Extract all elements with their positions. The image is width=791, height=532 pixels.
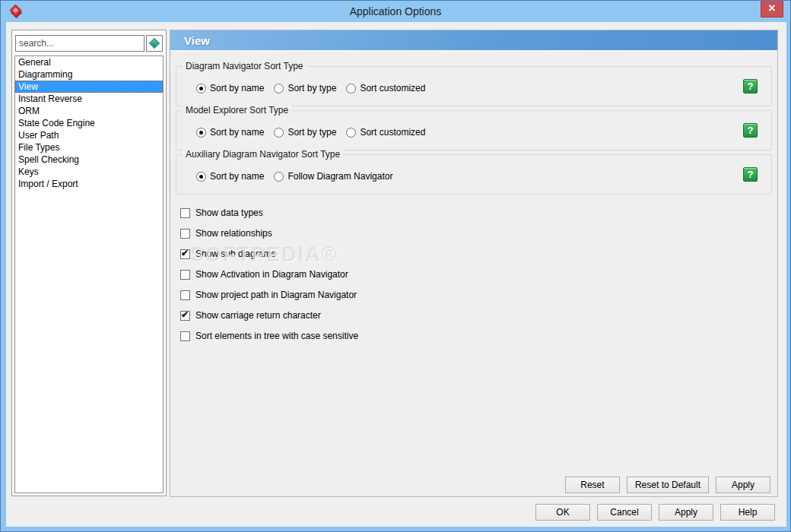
help-button[interactable]: ? [743, 123, 758, 138]
apply-button[interactable]: Apply [659, 504, 713, 521]
radio-row: Sort by nameFollow Diagram Navigator [196, 171, 402, 182]
search-input[interactable] [15, 35, 145, 52]
checkbox-icon [180, 331, 190, 341]
radio-option-sort-by-type[interactable]: Sort by type [274, 83, 336, 93]
checkbox-label: Show carriage return character [195, 310, 321, 321]
footer-buttons: OKCancelApplyHelp [535, 504, 775, 521]
ok-button[interactable]: OK [535, 504, 590, 521]
radio-label: Sort by name [210, 127, 264, 138]
radio-option-sort-by-name[interactable]: Sort by name [196, 83, 264, 93]
checkbox-icon [180, 208, 190, 218]
radio-icon [196, 128, 206, 138]
reset-to-default-button[interactable]: Reset to Default [627, 477, 709, 493]
sidebar-item-state-code-engine[interactable]: State Code Engine [15, 117, 163, 129]
checkbox-icon [180, 229, 190, 239]
group-label: Diagram Navigator Sort Type [183, 61, 307, 72]
radio-option-sort-by-type[interactable]: Sort by type [274, 127, 336, 138]
dialog-content: GeneralDiagrammingViewInstant ReverseORM… [6, 22, 786, 527]
radio-icon [274, 172, 284, 182]
checkbox-label: Sort elements in tree with case sensitiv… [195, 331, 358, 341]
checkbox-show-relationships[interactable]: Show relationships [180, 228, 358, 239]
radio-icon [196, 84, 206, 93]
sidebar-item-diagramming[interactable]: Diagramming [15, 68, 163, 81]
search-diamond-icon [149, 38, 160, 49]
radio-label: Follow Diagram Navigator [287, 171, 392, 182]
help-button[interactable]: ? [743, 79, 758, 93]
radio-row: Sort by nameSort by typeSort customized [196, 83, 435, 93]
radio-option-follow-diagram-navigator[interactable]: Follow Diagram Navigator [274, 171, 392, 182]
radio-option-sort-by-name[interactable]: Sort by name [196, 171, 264, 182]
radio-icon [196, 172, 206, 182]
titlebar[interactable]: Application Options × [1, 1, 790, 22]
search-button[interactable] [146, 35, 163, 52]
checkbox-show-project-path-in-diagram-navigator[interactable]: Show project path in Diagram Navigator [180, 290, 358, 300]
group-label: Auxiliary Diagram Navigator Sort Type [183, 149, 343, 160]
sidebar-item-import-export[interactable]: Import / Export [15, 178, 163, 190]
close-icon[interactable]: × [761, 1, 783, 17]
radio-label: Sort by type [287, 127, 336, 138]
sidebar-item-user-path[interactable]: User Path [15, 129, 163, 141]
sidebar-item-instant-reverse[interactable]: Instant Reverse [15, 93, 163, 105]
reset-button[interactable]: Reset [565, 477, 620, 493]
cancel-button[interactable]: Cancel [597, 504, 652, 521]
radio-icon [274, 128, 284, 138]
checkbox-list: Show data typesShow relationshipsShow su… [180, 207, 358, 351]
radio-icon [274, 84, 284, 93]
sidebar-item-spell-checking[interactable]: Spell Checking [15, 154, 163, 166]
checkbox-show-activation-in-diagram-navigator[interactable]: Show Activation in Diagram Navigator [180, 269, 358, 280]
checkbox-label: Show sub diagrams [195, 249, 275, 259]
checkbox-label: Show data types [195, 207, 263, 218]
view-settings-panel: View Diagram Navigator Sort TypeSort by … [170, 30, 778, 497]
options-sidebar: GeneralDiagrammingViewInstant ReverseORM… [11, 30, 167, 496]
sidebar-item-file-types[interactable]: File Types [15, 141, 163, 154]
radio-icon [346, 84, 356, 93]
checkbox-label: Show relationships [195, 228, 272, 239]
checkbox-show-data-types[interactable]: Show data types [180, 207, 358, 218]
group-diagram-navigator-sort-type: Diagram Navigator Sort TypeSort by nameS… [176, 66, 772, 106]
checkbox-icon [180, 249, 190, 259]
radio-label: Sort by name [210, 171, 264, 182]
group-model-explorer-sort-type: Model Explorer Sort TypeSort by nameSort… [176, 110, 772, 150]
checkbox-label: Show project path in Diagram Navigator [195, 290, 357, 300]
checkbox-icon [180, 290, 190, 300]
radio-option-sort-by-name[interactable]: Sort by name [196, 127, 264, 138]
checkbox-icon [180, 270, 190, 280]
radio-label: Sort by type [287, 83, 336, 93]
radio-option-sort-customized[interactable]: Sort customized [346, 127, 425, 138]
checkbox-label: Show Activation in Diagram Navigator [195, 269, 348, 280]
page-title: View [170, 30, 777, 52]
checkbox-show-carriage-return-character[interactable]: Show carriage return character [180, 310, 358, 321]
radio-label: Sort customized [360, 83, 425, 93]
radio-label: Sort by name [210, 83, 264, 93]
checkbox-icon [180, 311, 190, 321]
sidebar-list: GeneralDiagrammingViewInstant ReverseORM… [14, 55, 164, 493]
radio-label: Sort customized [360, 127, 425, 138]
apply-button[interactable]: Apply [716, 477, 770, 493]
group-auxiliary-diagram-navigator-sort-type: Auxiliary Diagram Navigator Sort TypeSor… [176, 154, 772, 195]
groups-container: Diagram Navigator Sort TypeSort by nameS… [170, 66, 777, 198]
sidebar-item-keys[interactable]: Keys [15, 166, 163, 178]
sidebar-item-orm[interactable]: ORM [15, 105, 163, 117]
panel-buttons: ResetReset to DefaultApply [565, 477, 770, 493]
sidebar-item-general[interactable]: General [15, 56, 163, 68]
radio-row: Sort by nameSort by typeSort customized [196, 127, 435, 138]
group-label: Model Explorer Sort Type [183, 105, 291, 116]
checkbox-sort-elements-in-tree-with-case-sensitive[interactable]: Sort elements in tree with case sensitiv… [180, 331, 358, 341]
checkbox-show-sub-diagrams[interactable]: Show sub diagrams [180, 249, 358, 259]
radio-option-sort-customized[interactable]: Sort customized [346, 83, 425, 93]
radio-icon [346, 128, 356, 138]
application-options-dialog: Application Options × GeneralDiagramming… [0, 0, 791, 532]
window-title: Application Options [1, 1, 790, 22]
help-button[interactable]: Help [720, 504, 775, 521]
help-button[interactable]: ? [743, 167, 758, 182]
sidebar-item-view[interactable]: View [15, 81, 163, 93]
